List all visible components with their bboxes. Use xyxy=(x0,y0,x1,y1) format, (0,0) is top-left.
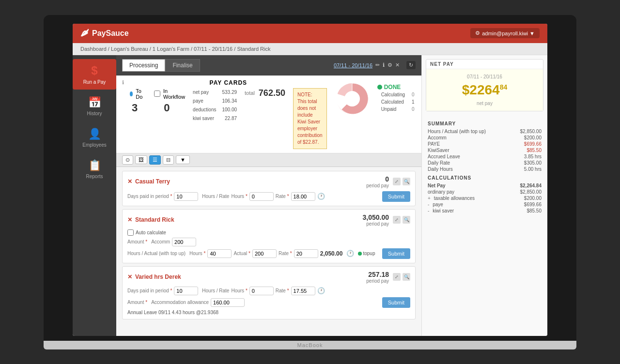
rate-label: Rate * xyxy=(276,194,289,199)
calc-label-allowances: + taxable allowances xyxy=(428,196,475,201)
top-bar: 🌶 PaySauce ⚙ admin@payroll.kiwi ▼ xyxy=(73,24,547,43)
workflow-count: 0 xyxy=(164,102,170,114)
user-label: admin@payroll.kiwi ▼ xyxy=(482,30,535,36)
summary-row-daily-hours: Daily Hours 5.00 hrs xyxy=(428,166,542,172)
days-input[interactable] xyxy=(174,192,198,201)
workflow-checkbox[interactable] xyxy=(154,91,160,97)
calc-row-allowances: + taxable allowances $200.00 xyxy=(428,195,542,201)
expand-icon[interactable]: ⤢ xyxy=(393,178,401,185)
amount-group-derek: Amount * xyxy=(127,300,147,305)
net-pay-value: 533.29 xyxy=(222,88,237,97)
todo-count: 3 xyxy=(132,102,138,114)
person-icon: 👤 xyxy=(88,128,101,140)
calc-row-kiwisaver-calc: - kiwi saver $85.50 xyxy=(428,208,542,214)
sidebar-item-employees[interactable]: 👤 Employees xyxy=(73,123,116,152)
tool-circle-btn[interactable]: ⊙ xyxy=(122,155,133,165)
net-pay-date: 07/11 - 20/11/16 xyxy=(432,74,537,79)
screen-bezel: 🌶 PaySauce ⚙ admin@payroll.kiwi ▼ Dashbo… xyxy=(44,15,576,341)
search-icon-rick[interactable]: 🔍 xyxy=(403,216,410,224)
calculating-label: Calculating xyxy=(378,91,408,98)
emp-card-header: ✕ Casual Terry 0 period pay ⤢ xyxy=(127,175,410,188)
done-label: DONE xyxy=(384,84,401,91)
tool-grid-btn[interactable]: ⊟ xyxy=(163,155,174,165)
settings-icon[interactable]: ⚙ xyxy=(388,62,392,68)
summary-row-accomm: Accomm $200.00 xyxy=(428,135,542,141)
sidebar-item-history[interactable]: 📅 History xyxy=(73,91,116,121)
todo-workflow: To Do In Workflow xyxy=(130,88,185,114)
close-icon[interactable]: ✕ xyxy=(395,62,400,68)
note-box: NOTE: This total does not include Kiwi S… xyxy=(293,88,327,149)
accommodation-input[interactable] xyxy=(211,298,245,307)
paye-label: paye xyxy=(193,97,203,106)
net-pay-amount: $226484 xyxy=(462,82,507,97)
search-icon-derek[interactable]: 🔍 xyxy=(403,273,410,281)
days-label: Days paid in period * xyxy=(127,194,172,199)
tab-finalise[interactable]: Finalise xyxy=(165,59,200,72)
submit-terry[interactable]: Submit xyxy=(382,191,410,202)
hours-input-terry[interactable] xyxy=(249,192,274,201)
summary-label-daily-rate: Daily Rate xyxy=(428,160,450,166)
sidebar-item-run-a-pay[interactable]: $ Run a Pay xyxy=(73,59,116,90)
days-group: Days paid in period * xyxy=(127,192,198,201)
edit-icon[interactable]: ✏ xyxy=(375,62,380,68)
casual-terry-name: Casual Terry xyxy=(135,178,170,185)
blue-dot xyxy=(130,91,133,96)
search-icon[interactable]: 🔍 xyxy=(403,178,410,185)
info-icon[interactable]: ℹ xyxy=(383,62,385,68)
hours-input-derek[interactable] xyxy=(249,287,274,295)
emp-header-right: 0 period pay ⤢ 🔍 xyxy=(366,175,410,188)
laptop-bottom: MacBook xyxy=(44,341,576,349)
auto-calc-label: Auto calculate xyxy=(136,230,166,235)
accom-group-derek: Accommodation allowance xyxy=(151,298,245,307)
rate-input-rick[interactable] xyxy=(294,249,318,258)
remove-standard-rick[interactable]: ✕ xyxy=(127,216,132,223)
dropdown-btn[interactable]: ▼ xyxy=(176,155,190,164)
info-icon-pay[interactable]: ℹ xyxy=(122,79,124,86)
calc-label-net-pay: Net Pay xyxy=(428,183,446,188)
date-range-link[interactable]: 07/11 - 20/11/16 xyxy=(334,62,372,68)
tool-list-btn[interactable]: ☰ xyxy=(149,155,161,165)
net-pay-section-label: NET PAY xyxy=(426,60,543,69)
done-badge: DONE xyxy=(377,84,418,91)
tab-buttons: Processing Finalise xyxy=(122,59,200,72)
annual-leave-label: Annual Leave 09/11 xyxy=(127,310,170,315)
net-pay-section: NET PAY 07/11 - 20/11/16 $226484 net pay xyxy=(426,59,543,111)
calc-label-kiwisaver-calc: - kiwi saver xyxy=(428,208,454,213)
refresh-icon[interactable]: ↻ xyxy=(406,61,416,69)
expand-icon-rick[interactable]: ⤢ xyxy=(393,216,401,224)
rate-input-terry[interactable] xyxy=(291,192,315,201)
sidebar-item-reports[interactable]: 📋 Reports xyxy=(73,154,116,184)
user-icon: ⚙ xyxy=(475,30,480,36)
brand-name: PaySauce xyxy=(92,29,129,38)
expand-icon-derek[interactable]: ⤢ xyxy=(393,273,401,281)
auto-calc-checkbox[interactable] xyxy=(127,229,134,236)
remove-casual-terry[interactable]: ✕ xyxy=(127,178,132,185)
todo-item: To Do xyxy=(130,88,144,100)
dollar-icon: $ xyxy=(91,64,97,77)
emp-header-right-derek: 257.18 period pay ⤢ 🔍 xyxy=(366,271,410,284)
remove-derek[interactable]: ✕ xyxy=(127,273,132,280)
kiwi-saver-label: kiwi saver xyxy=(193,114,214,123)
calc-value-kiwisaver-calc: $85.50 xyxy=(527,208,542,213)
emp-fields-rick: Amount * Accomm xyxy=(127,238,410,246)
calendar-icon: 📅 xyxy=(88,96,101,109)
annual-leave-row: Annual Leave 09/11 4.43 hours @21.9368 xyxy=(127,310,410,315)
period-pay-casual-terry: 0 period pay xyxy=(366,175,389,188)
accomm-input[interactable] xyxy=(172,238,196,246)
submit-rick[interactable]: Submit xyxy=(382,248,410,259)
hours-input-rick[interactable] xyxy=(207,249,232,258)
period-pay-label-rick: period pay xyxy=(366,221,389,227)
employee-list: ✕ Casual Terry 0 period pay ⤢ xyxy=(116,167,421,323)
rate-input-derek[interactable] xyxy=(291,287,315,295)
topup-dot xyxy=(358,252,362,256)
user-menu-button[interactable]: ⚙ admin@payroll.kiwi ▼ xyxy=(470,28,540,38)
emp-card-icons-derek: ⤢ 🔍 xyxy=(393,273,410,281)
days-input-derek[interactable] xyxy=(174,287,198,295)
tool-image-btn[interactable]: 🖼 xyxy=(135,155,147,164)
summary-label-leave: Accrued Leave xyxy=(428,154,460,159)
tab-processing[interactable]: Processing xyxy=(122,59,165,72)
actual-input-rick[interactable] xyxy=(252,249,277,258)
topup-row: 2,050.00 🕐 topup xyxy=(320,250,375,257)
summary-label-daily-hours: Daily Hours xyxy=(428,167,453,172)
submit-derek[interactable]: Submit xyxy=(382,297,410,308)
